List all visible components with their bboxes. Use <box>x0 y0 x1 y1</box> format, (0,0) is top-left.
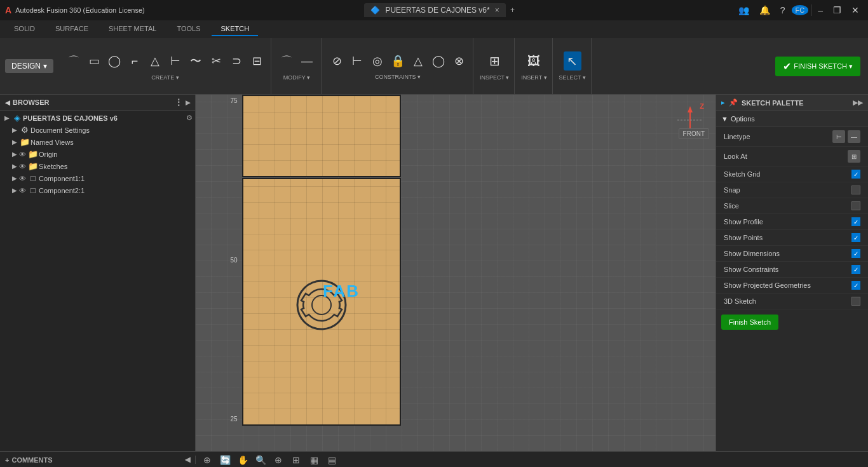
fillet-btn[interactable]: ⌒ <box>278 51 295 71</box>
close-btn[interactable]: ✕ <box>848 4 863 17</box>
tree-item-doc-settings[interactable]: ▶ ⚙ Document Settings <box>0 124 195 136</box>
display-mode-btn[interactable]: ⊞ <box>290 454 302 466</box>
design-label: DESIGN <box>11 62 41 71</box>
dim-mid-label: 50 <box>230 257 237 264</box>
sketch-grid-checkbox[interactable] <box>851 170 860 179</box>
tree-item-root[interactable]: ▶ ◈ PUEERTAS DE CAJONES v6 ⚙ <box>0 112 195 124</box>
snap-label: Snap <box>724 186 851 194</box>
orbit-btn[interactable]: 🔄 <box>219 454 231 466</box>
offset-tool-btn[interactable]: ⊃ <box>227 52 245 70</box>
tree-item-sketches[interactable]: ▶ 👁 📁 Sketches <box>0 160 195 172</box>
finish-sketch-check-icon: ✔ <box>783 60 791 72</box>
maximize-btn[interactable]: ❐ <box>829 4 845 17</box>
minimize-btn[interactable]: – <box>814 4 827 17</box>
help-icon[interactable]: ? <box>776 4 789 17</box>
linetype-icon1[interactable]: ⊢ <box>832 130 845 143</box>
lock-btn[interactable]: 🔒 <box>389 52 407 70</box>
sketch-3d-checkbox[interactable] <box>851 297 860 306</box>
sketch-grid-label: Sketch Grid <box>724 170 851 178</box>
tree-item-component1[interactable]: ▶ 👁 □ Component1:1 <box>0 172 195 184</box>
title-bar: A Autodesk Fusion 360 (Education License… <box>0 0 868 20</box>
sketches-eye-icon[interactable]: 👁 <box>19 163 26 170</box>
browser-expand-icon[interactable]: ▸ <box>186 97 190 107</box>
tab-surface[interactable]: SURFACE <box>46 22 97 36</box>
collinear-btn[interactable]: ⊢ <box>348 52 366 70</box>
tree-item-origin[interactable]: ▶ 👁 📁 Origin <box>0 148 195 160</box>
circle-tool-btn[interactable]: ◯ <box>105 52 123 70</box>
show-points-checkbox[interactable] <box>851 233 860 242</box>
coincident-btn[interactable]: ⊘ <box>328 52 346 70</box>
collab-icon[interactable]: 👥 <box>735 4 753 17</box>
options-section-header[interactable]: ▼ Options <box>716 111 868 127</box>
new-tab-btn[interactable]: + <box>510 6 515 15</box>
tree-arrow-views: ▶ <box>10 139 19 146</box>
user-avatar[interactable]: FC <box>792 5 809 15</box>
document-tab[interactable]: 🔷 PUEERTAS DE CAJONES v6* × <box>364 3 505 17</box>
arc-tool-btn[interactable]: ⌐ <box>126 52 144 70</box>
slot-tool-btn[interactable]: ⊢ <box>166 52 184 70</box>
comp1-eye-icon[interactable]: 👁 <box>19 175 26 182</box>
tree-item-named-views[interactable]: ▶ 📁 Named Views <box>0 136 195 148</box>
comments-collapse-icon[interactable]: ◀ <box>185 456 190 464</box>
tangent-btn[interactable]: △ <box>409 52 427 70</box>
tab-solid[interactable]: SOLID <box>5 22 44 36</box>
look-at-btn[interactable]: ⊞ <box>848 150 860 163</box>
look-at-label: Look At <box>724 152 848 160</box>
rect-tool-btn[interactable]: ▭ <box>85 52 103 70</box>
tree-arrow-root: ▶ <box>3 114 11 121</box>
app-logo-icon: A <box>5 5 11 15</box>
canvas-area[interactable]: 75 50 25 <box>196 95 715 451</box>
palette-pin-icon[interactable]: 📌 <box>729 98 738 107</box>
measure-btn[interactable]: ⊞ <box>485 51 503 71</box>
bell-icon[interactable]: 🔔 <box>756 4 774 17</box>
tree-item-component2[interactable]: ▶ 👁 □ Component2:1 <box>0 184 195 196</box>
show-profile-checkbox[interactable] <box>851 217 860 226</box>
close-tab-icon[interactable]: × <box>495 6 499 15</box>
trim-tool-btn[interactable]: ✂ <box>207 52 225 70</box>
parallel-btn[interactable]: ⊗ <box>450 52 468 70</box>
show-projected-checkbox[interactable] <box>851 281 860 290</box>
show-dimensions-checkbox[interactable] <box>851 249 860 258</box>
linetype-icon2[interactable]: — <box>848 130 860 143</box>
viewport[interactable]: 75 50 25 <box>196 95 715 451</box>
show-points-row: Show Points <box>716 230 868 246</box>
concentric-btn[interactable]: ◎ <box>369 52 386 70</box>
tab-sketch[interactable]: SKETCH <box>212 22 258 36</box>
finish-sketch-toolbar-btn[interactable]: ✔ FINISH SKETCH ▾ <box>775 57 860 76</box>
browser-options-icon[interactable]: ⋮ <box>174 97 183 107</box>
select-btn[interactable]: ↖ <box>564 51 581 71</box>
zoom-fit-btn[interactable]: ⊕ <box>272 454 285 466</box>
comments-section[interactable]: + COMMENTS ◀ <box>0 456 196 464</box>
comp2-eye-icon[interactable]: 👁 <box>19 187 26 194</box>
root-gear-icon[interactable]: ⚙ <box>186 114 193 122</box>
polygon-tool-btn[interactable]: △ <box>146 52 164 70</box>
show-constraints-checkbox[interactable] <box>851 265 860 274</box>
line-tool-btn[interactable]: ⌒ <box>65 51 83 71</box>
view-options-btn[interactable]: ▤ <box>325 454 338 466</box>
mirror-tool-btn[interactable]: ⊟ <box>248 52 266 70</box>
show-constraints-label: Show Constraints <box>724 266 851 273</box>
palette-expand-icon[interactable]: ▶▶ <box>853 98 863 107</box>
browser-collapse-icon[interactable]: ◀ <box>5 99 10 106</box>
comp1-icon: □ <box>27 173 39 183</box>
nav-cube-btn[interactable]: ⊕ <box>201 454 214 466</box>
dimension-btn[interactable]: — <box>298 52 316 70</box>
snap-checkbox[interactable] <box>851 186 860 194</box>
origin-eye-icon[interactable]: 👁 <box>19 151 26 158</box>
insert-image-btn[interactable]: 🖼 <box>525 52 543 71</box>
tab-sheet-metal[interactable]: SHEET METAL <box>100 22 165 36</box>
named-views-icon: 📁 <box>19 137 31 147</box>
grid-btn[interactable]: ▦ <box>308 454 320 466</box>
tab-tools[interactable]: TOOLS <box>168 22 209 36</box>
palette-collapse-icon[interactable]: ▸ <box>721 98 725 107</box>
design-button[interactable]: DESIGN ▾ <box>5 59 53 73</box>
slice-checkbox[interactable] <box>851 201 860 210</box>
show-projected-label: Show Projected Geometries <box>724 281 851 289</box>
equal-btn[interactable]: ◯ <box>430 52 447 70</box>
spline-tool-btn[interactable]: 〜 <box>187 51 205 71</box>
pan-btn[interactable]: ✋ <box>236 454 249 466</box>
show-projected-row: Show Projected Geometries <box>716 278 868 294</box>
finish-sketch-palette-btn[interactable]: Finish Sketch <box>721 315 778 330</box>
zoom-btn[interactable]: 🔍 <box>254 454 267 466</box>
options-label: Options <box>731 115 755 123</box>
